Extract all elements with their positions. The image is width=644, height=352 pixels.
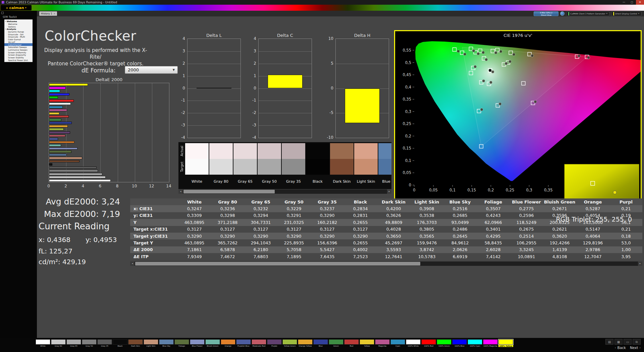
sidebar-item-dynamic-range[interactable]: Dynamic Range (4, 31, 33, 33)
scroll-left-icon[interactable]: ◂ (178, 189, 183, 194)
de-formula-select[interactable]: 2000 ▼ (125, 66, 178, 74)
scrollbar-track[interactable] (135, 261, 638, 266)
sidebar-item-welcome[interactable]: Welcome (4, 23, 33, 25)
patch-100-red[interactable]: 100% Red (421, 339, 436, 347)
table-cell: 5,5427 (311, 246, 344, 253)
patch-blue-sky[interactable]: Blue Sky (159, 339, 174, 347)
axis-tick-label: 3 (176, 49, 185, 53)
patch-100-magenta[interactable]: 100% Magenta (483, 339, 498, 347)
scroll-right-icon[interactable]: ▸ (638, 261, 642, 266)
patch-gray-65[interactable]: Gray 65 (66, 339, 81, 347)
tab-history-1[interactable]: History 1 ✕ (39, 11, 57, 16)
actual-swatch (209, 143, 233, 159)
swatch-scrollbar[interactable]: ◂ ▸ (178, 189, 391, 194)
patch-purplish-blue[interactable]: Purplish Blue (236, 339, 251, 347)
patch-green[interactable]: Green (329, 339, 343, 347)
patch-orange-yellow[interactable]: Orange Yellow (298, 339, 313, 347)
sidebar-item-welcome[interactable]: ▾Welcome (4, 20, 33, 23)
dual-display-icon[interactable]: ⧉ (633, 339, 641, 345)
patch-dark-skin[interactable]: Dark Skin (128, 339, 143, 347)
panel-icon[interactable] (1, 12, 4, 14)
close-icon[interactable]: ✕ (54, 11, 55, 16)
patch-moderate-red[interactable]: Moderate Red (252, 339, 266, 347)
table-cell: 0,3127 (311, 226, 344, 233)
display-control-button[interactable]: Direct Display Control ▼ (611, 11, 641, 16)
patch-gray-50[interactable]: Gray 50 (82, 339, 97, 347)
patch-orange[interactable]: Orange (221, 339, 235, 347)
table-cell: 7,4672 (211, 253, 244, 260)
sidebar-item-screen-angularity[interactable]: Screen Angularity (4, 54, 33, 56)
measurement-dot (499, 50, 502, 53)
patch-yellow[interactable]: Yellow (360, 339, 374, 347)
scroll-right-icon[interactable]: ▸ (387, 189, 391, 194)
patch-light-skin[interactable]: Light Skin (144, 339, 158, 347)
sidebar-item-analysis[interactable]: ▾Analysis (4, 28, 33, 31)
patch-blue-flower[interactable]: Blue Flower (190, 339, 205, 347)
display-icon[interactable]: ▭ (624, 339, 632, 345)
meter-button[interactable]: X-Rite i1Pro 2 Direct View (534, 11, 558, 16)
sidebar-item-grayscale-multi[interactable]: Grayscale - Multi (4, 36, 33, 38)
back-button[interactable]: ‹ Back (615, 346, 626, 350)
target-swatch (209, 159, 233, 175)
deltae-bar-black (49, 163, 52, 166)
sidebar-item-screen-uniformity[interactable]: Screen Uniformity (4, 51, 33, 54)
table-cell: 3,5593 (377, 246, 410, 253)
patch-100-yellow[interactable]: 100% Yellow (498, 339, 513, 347)
patch-yellow-green[interactable]: Yellow Green (282, 339, 297, 347)
patch-foliage[interactable]: Foliage (174, 339, 189, 347)
patch-color (51, 339, 66, 345)
scrollbar-thumb[interactable] (135, 262, 420, 266)
minimize-button[interactable]: — (620, 0, 628, 5)
sidebar-item-options[interactable]: Options (4, 25, 33, 28)
patch-purple[interactable]: Purple (267, 339, 282, 347)
patch-100-cyan[interactable]: 100% Cyan (468, 339, 482, 347)
scrollbar-thumb[interactable] (183, 190, 275, 193)
page-description-line1: Display analysis is performed with the X… (44, 47, 148, 60)
sidebar-item-grayscale-2pt[interactable]: Grayscale - 2pt (4, 33, 33, 36)
axis-tick-label: 12 (147, 184, 157, 188)
deltae2000-plot (49, 83, 169, 182)
sidebar-item-color-gamut[interactable]: Color Gamut (4, 38, 33, 41)
axis-tick-label: 0 (409, 183, 411, 187)
patch-red[interactable]: Red (344, 339, 359, 347)
table-cell: 0,3127 (178, 226, 211, 233)
deltae-bar-100-white (49, 103, 71, 105)
table-scrollbar[interactable]: ◂ ▸ (130, 261, 642, 266)
patch-magenta[interactable]: Magenta (375, 339, 390, 347)
sidebar-item-luminance-sweeps[interactable]: Luminance Sweeps (4, 49, 33, 51)
table-cell: 294,1043 (244, 239, 277, 246)
column-header-gray-80: Gray 80 (211, 198, 244, 205)
current-reading-title: Current Reading (39, 221, 109, 231)
patch-100-blue[interactable]: 100% Blue (452, 339, 467, 347)
patch-white[interactable]: White (36, 339, 50, 347)
sidebar-item-saturation-sweeps[interactable]: Saturation Sweeps (4, 46, 33, 49)
close-button[interactable]: ✕ (636, 0, 644, 5)
pattern-window-icon[interactable]: ▤ (605, 339, 613, 345)
table-cell: 0,3290 (244, 233, 277, 239)
sidebar-item-3d-lut[interactable]: 3D LUT (4, 41, 33, 44)
patch-black[interactable]: Black (113, 339, 127, 347)
grid-icon[interactable]: ▦ (614, 339, 623, 345)
patch-100-green[interactable]: 100% Green (437, 339, 451, 347)
table-cell: 7,6435 (311, 253, 344, 260)
calman-logo[interactable]: «calman ▼ (1, 5, 32, 10)
patch-gray-35[interactable]: Gray 35 (97, 339, 112, 347)
sidebar-item-spectral-power-dist[interactable]: Spectral Power Dist. (4, 59, 33, 61)
patch-bluish-green[interactable]: Bluish Green (205, 339, 220, 347)
patch-100-white[interactable]: 100% White (406, 339, 421, 347)
patch-cyan[interactable]: Cyan (390, 339, 405, 347)
patch-blue[interactable]: Blue (313, 339, 328, 347)
patch-color (498, 339, 513, 345)
client3-icon[interactable] (560, 11, 565, 16)
sidebar-item-screen-stability[interactable]: Screen Stability (4, 56, 33, 59)
next-button[interactable]: Next › (630, 346, 641, 350)
table-cell: 0,2655 (344, 239, 377, 246)
sidebar-item-colorchecker[interactable]: ColorChecker (4, 43, 33, 46)
patch-gray-80[interactable]: Gray 80 (51, 339, 66, 347)
scrollbar-track[interactable] (183, 189, 387, 194)
column-header-gray-65: Gray 65 (244, 198, 277, 205)
table-cell: 0,3805 (410, 226, 443, 233)
source-button[interactable]: CalMAN Client 3 Pattern Generator ▼ (566, 11, 609, 16)
scroll-left-icon[interactable]: ◂ (130, 261, 135, 266)
maximize-button[interactable]: ▢ (628, 0, 636, 5)
